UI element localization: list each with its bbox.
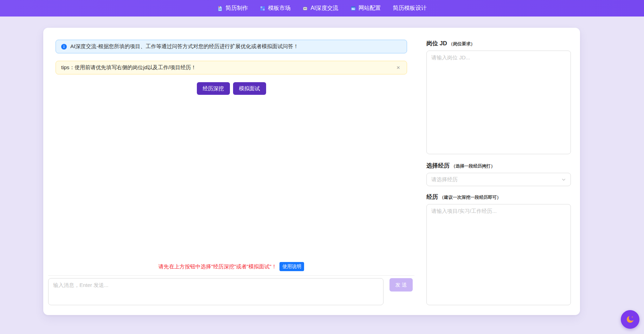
mock-interview-button[interactable]: 模拟面试 (233, 82, 266, 95)
form-panel: 岗位 JD （岗位要求） 选择经历 （选择一段经历拷打） 请选择经历 经历 （建… (426, 40, 571, 305)
nav-item-label: AI深度交流 (310, 5, 338, 12)
jd-label-sub: （岗位要求） (449, 41, 475, 46)
nav-item-label: 简历模板设计 (393, 5, 427, 12)
nav-item-site-config[interactable]: 网站配置 (344, 0, 387, 17)
deep-dig-button[interactable]: 经历深挖 (197, 82, 230, 95)
tips-banner-text: tips：使用前请优先填写右侧的岗位jd以及工作/项目经历！ (61, 64, 196, 71)
chat-message-area (48, 95, 414, 262)
jd-textarea[interactable] (426, 51, 571, 154)
nav-item-ai-chat[interactable]: AI深度交流 (296, 0, 344, 17)
experience-select-value: 请选择经历 (431, 176, 458, 183)
message-input[interactable] (48, 278, 384, 305)
select-experience-label-sub: （选择一段经历拷打） (451, 164, 495, 169)
dark-mode-toggle-button[interactable] (621, 310, 639, 329)
empty-hint-row: 请先在上方按钮中选择"经历深挖"或者"模拟面试"！ 使用说明 (48, 262, 414, 271)
select-experience-label: 选择经历 （选择一段经历拷打） (426, 162, 571, 170)
moon-icon (625, 315, 635, 324)
input-divider (48, 275, 414, 276)
nav-item-label: 模板市场 (268, 5, 290, 12)
nav-item-label: 网站配置 (359, 5, 381, 12)
jd-label: 岗位 JD （岗位要求） (426, 40, 571, 47)
nav-item-resume-builder[interactable]: 简历制作 (211, 0, 254, 17)
tips-banner: tips：使用前请优先填写右侧的岗位jd以及工作/项目经历！ × (56, 61, 407, 74)
nav-item-template-market[interactable]: 模板市场 (254, 0, 296, 17)
chevron-down-icon (561, 177, 566, 182)
experience-label-sub: （建议一次深挖一段经历即可） (440, 195, 501, 200)
site-config-icon (350, 6, 356, 11)
chat-panel: AI深度交流-根据您所填的项目、工作等通过问答方式对您的经历进行扩展优化或者模拟… (48, 40, 414, 305)
info-icon (61, 44, 67, 50)
robot-icon (302, 6, 308, 11)
empty-hint-text: 请先在上方按钮中选择"经历深挖"或者"模拟面试"！ (159, 263, 277, 270)
main-card: AI深度交流-根据您所填的项目、工作等通过问答方式对您的经历进行扩展优化或者模拟… (43, 28, 580, 315)
send-button[interactable]: 发 送 (389, 278, 413, 292)
message-input-row: 发 送 (48, 278, 414, 305)
experience-textarea[interactable] (426, 204, 571, 305)
experience-select[interactable]: 请选择经历 (426, 173, 571, 186)
resume-icon (217, 6, 223, 11)
usage-guide-button[interactable]: 使用说明 (279, 262, 304, 271)
info-banner-text: AI深度交流-根据您所填的项目、工作等通过问答方式对您的经历进行扩展优化或者模拟… (70, 43, 298, 50)
mode-buttons-row: 经历深挖 模拟面试 (56, 82, 407, 95)
top-navigation: 简历制作 模板市场 AI深度交流 (0, 0, 644, 17)
nav-item-label: 简历制作 (225, 5, 248, 12)
experience-label: 经历 （建议一次深挖一段经历即可） (426, 193, 571, 201)
info-banner: AI深度交流-根据您所填的项目、工作等通过问答方式对您的经历进行扩展优化或者模拟… (56, 40, 407, 53)
nav-item-template-design[interactable]: 简历模板设计 (387, 0, 433, 17)
market-icon (260, 6, 265, 11)
close-icon[interactable]: × (395, 64, 401, 71)
